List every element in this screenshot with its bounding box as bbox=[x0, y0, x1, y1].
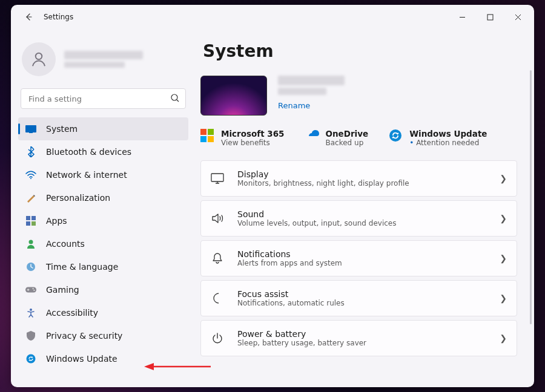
card-notifications[interactable]: NotificationsAlerts from apps and system… bbox=[200, 240, 517, 276]
sidebar-item-accessibility[interactable]: Accessibility bbox=[18, 301, 188, 324]
network-icon bbox=[25, 169, 36, 180]
sidebar-item-label: Gaming bbox=[46, 285, 79, 295]
svg-rect-22 bbox=[211, 174, 223, 181]
status-tile-windows-update[interactable]: Windows UpdateAttention needed bbox=[389, 129, 487, 147]
accounts-icon bbox=[25, 238, 36, 249]
search-icon bbox=[170, 93, 180, 103]
tile-sub: Backed up bbox=[326, 139, 369, 147]
maximize-icon bbox=[487, 14, 494, 21]
profile-block[interactable] bbox=[22, 42, 185, 76]
tile-title: Microsoft 365 bbox=[221, 129, 285, 139]
svg-rect-3 bbox=[25, 125, 36, 132]
svg-rect-6 bbox=[26, 216, 30, 220]
sidebar-item-label: Privacy & security bbox=[46, 331, 122, 341]
chevron-right-icon: ❯ bbox=[500, 253, 507, 263]
card-title: Focus assist bbox=[237, 289, 486, 299]
card-sound[interactable]: SoundVolume levels, output, input, sound… bbox=[200, 200, 517, 237]
sidebar-item-personalization[interactable]: Personalization bbox=[18, 186, 188, 209]
card-title: Power & battery bbox=[237, 329, 486, 339]
chevron-right-icon: ❯ bbox=[500, 214, 507, 223]
card-display[interactable]: DisplayMonitors, brightness, night light… bbox=[200, 160, 517, 197]
sidebar-item-label: Accessibility bbox=[46, 308, 98, 318]
rename-link[interactable]: Rename bbox=[278, 101, 345, 110]
personalization-icon bbox=[25, 192, 36, 203]
card-sub: Alerts from apps and system bbox=[237, 259, 486, 267]
svg-point-13 bbox=[33, 288, 34, 289]
desktop-thumbnail[interactable] bbox=[200, 76, 267, 116]
card-title: Notifications bbox=[237, 249, 486, 259]
tile-icon bbox=[305, 129, 319, 142]
system-icon bbox=[25, 123, 36, 134]
time-icon bbox=[25, 261, 36, 272]
card-sub: Volume levels, output, input, sound devi… bbox=[237, 219, 486, 227]
search-input[interactable] bbox=[21, 88, 186, 109]
sidebar-item-label: Accounts bbox=[46, 239, 85, 249]
sidebar-item-accounts[interactable]: Accounts bbox=[18, 232, 188, 255]
card-power[interactable]: Power & batterySleep, battery usage, bat… bbox=[200, 320, 517, 356]
svg-rect-4 bbox=[29, 132, 33, 133]
svg-point-15 bbox=[30, 309, 32, 311]
status-tile-onedrive[interactable]: OneDriveBacked up bbox=[305, 129, 369, 147]
tile-icon bbox=[200, 129, 214, 142]
sidebar-item-network[interactable]: Network & internet bbox=[18, 163, 188, 186]
sidebar-item-label: Apps bbox=[46, 216, 67, 226]
sidebar-item-label: Windows Update bbox=[46, 354, 117, 364]
svg-point-10 bbox=[29, 240, 33, 244]
card-sub: Monitors, brightness, night light, displ… bbox=[237, 179, 486, 188]
status-tiles: Microsoft 365View benefitsOneDriveBacked… bbox=[200, 129, 517, 147]
sidebar-item-label: Network & internet bbox=[46, 170, 127, 180]
svg-rect-17 bbox=[200, 129, 206, 135]
card-sub: Sleep, battery usage, battery saver bbox=[237, 339, 486, 347]
svg-point-14 bbox=[33, 290, 35, 291]
sidebar-item-label: System bbox=[46, 124, 78, 134]
device-model-redacted bbox=[278, 88, 326, 95]
svg-point-16 bbox=[27, 354, 36, 364]
svg-point-2 bbox=[171, 94, 177, 100]
bluetooth-icon bbox=[25, 146, 36, 157]
scrollbar[interactable] bbox=[530, 70, 532, 324]
page-title: System bbox=[203, 41, 517, 61]
card-title: Sound bbox=[237, 209, 486, 219]
sidebar-item-update[interactable]: Windows Update bbox=[18, 347, 188, 370]
notifications-icon bbox=[211, 252, 224, 264]
svg-point-1 bbox=[36, 53, 42, 60]
svg-point-5 bbox=[30, 178, 31, 179]
maximize-button[interactable] bbox=[476, 6, 504, 28]
person-icon bbox=[30, 50, 48, 68]
update-icon bbox=[25, 353, 36, 364]
svg-rect-0 bbox=[487, 15, 493, 20]
privacy-icon bbox=[25, 330, 36, 341]
sidebar-item-bluetooth[interactable]: Bluetooth & devices bbox=[18, 140, 188, 163]
profile-name-redacted bbox=[64, 51, 143, 59]
status-tile-microsoft-365[interactable]: Microsoft 365View benefits bbox=[200, 129, 285, 147]
sidebar: SystemBluetooth & devicesNetwork & inter… bbox=[11, 29, 196, 387]
svg-point-21 bbox=[389, 129, 401, 142]
tile-title: Windows Update bbox=[409, 129, 487, 139]
display-icon bbox=[211, 173, 224, 184]
arrow-left-icon bbox=[24, 12, 33, 22]
sidebar-item-gaming[interactable]: Gaming bbox=[18, 278, 188, 301]
profile-email-redacted bbox=[64, 62, 125, 68]
tile-icon bbox=[389, 129, 402, 142]
chevron-right-icon: ❯ bbox=[500, 174, 507, 183]
svg-rect-20 bbox=[208, 136, 214, 142]
minimize-button[interactable] bbox=[448, 6, 476, 28]
back-button[interactable] bbox=[18, 7, 39, 27]
svg-rect-19 bbox=[200, 136, 206, 142]
sidebar-item-system[interactable]: System bbox=[18, 117, 188, 140]
card-focus[interactable]: Focus assistNotifications, automatic rul… bbox=[200, 280, 517, 316]
avatar bbox=[22, 42, 56, 76]
sidebar-item-apps[interactable]: Apps bbox=[18, 209, 188, 232]
device-hero: Rename bbox=[200, 76, 517, 116]
accessibility-icon bbox=[25, 307, 36, 318]
sidebar-item-time[interactable]: Time & language bbox=[18, 255, 188, 278]
svg-rect-9 bbox=[31, 221, 36, 226]
card-sub: Notifications, automatic rules bbox=[237, 299, 486, 307]
sound-icon bbox=[211, 213, 224, 224]
close-button[interactable] bbox=[504, 6, 532, 28]
tile-sub: Attention needed bbox=[409, 139, 487, 147]
sidebar-item-privacy[interactable]: Privacy & security bbox=[18, 324, 188, 347]
settings-cards: DisplayMonitors, brightness, night light… bbox=[200, 160, 517, 356]
minimize-icon bbox=[459, 14, 466, 21]
svg-rect-18 bbox=[208, 129, 214, 135]
